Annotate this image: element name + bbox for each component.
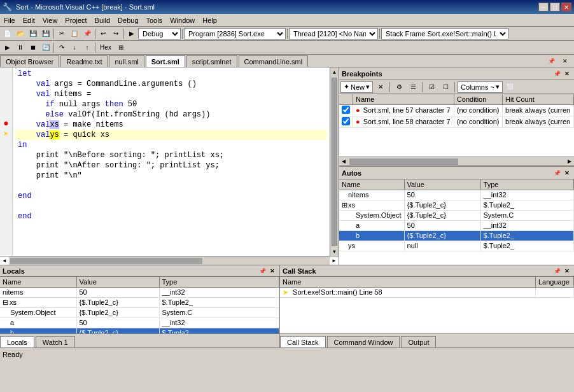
thread-dropdown[interactable]: Thread [2120] <No Name> bbox=[289, 28, 378, 39]
tab-watch1[interactable]: Watch 1 bbox=[36, 336, 75, 347]
new-bp-btn[interactable]: ✦ New ▾ bbox=[340, 81, 373, 93]
continue-btn[interactable]: ▶ bbox=[1, 42, 14, 53]
pin-locals-btn[interactable]: 📌 bbox=[258, 267, 267, 276]
autos-row-a[interactable]: a 50 __int32 bbox=[339, 220, 574, 230]
delete-bp-btn[interactable]: ✕ bbox=[374, 81, 387, 93]
scroll-down-btn[interactable]: ▼ bbox=[330, 247, 339, 256]
tab-commandline[interactable]: CommandLine.sml bbox=[239, 55, 309, 67]
bp-scroll-thumb[interactable] bbox=[349, 158, 458, 165]
bp-scroll-right[interactable]: ▶ bbox=[565, 157, 574, 165]
debug-mode-dropdown[interactable]: Debug Release bbox=[138, 28, 181, 39]
locals-table-container[interactable]: Name Value Type nitems 50 __int32 ⊟xs {$… bbox=[0, 277, 279, 333]
bp-list-btn[interactable]: ☰ bbox=[407, 81, 419, 93]
hex-btn[interactable]: Hex bbox=[97, 42, 115, 53]
close-callstack-btn[interactable]: ✕ bbox=[563, 267, 571, 276]
close-autos-btn[interactable]: ✕ bbox=[563, 169, 571, 178]
bp-table-container[interactable]: Name Condition Hit Count ● Sort.sml, lin… bbox=[339, 94, 574, 157]
program-dropdown[interactable]: Program [2836] Sort.exe bbox=[184, 28, 286, 39]
code-editor[interactable]: ● ➤ let val args = CommandLine.arguments… bbox=[0, 67, 339, 265]
menu-debug[interactable]: Debug bbox=[114, 15, 142, 25]
paste-btn[interactable]: 📌 bbox=[81, 28, 94, 39]
tab-null-sml[interactable]: null.sml bbox=[109, 55, 144, 67]
close-bp-btn[interactable]: ✕ bbox=[563, 69, 571, 78]
menu-window[interactable]: Window bbox=[166, 15, 199, 25]
bp-row-1[interactable]: ● Sort.sml, line 57 character 7 (no cond… bbox=[339, 104, 574, 116]
tab-sort-sml[interactable]: Sort.sml bbox=[146, 55, 185, 67]
menu-edit[interactable]: Edit bbox=[19, 15, 39, 25]
bp-disable-btn[interactable]: ☐ bbox=[439, 81, 452, 93]
code-lines[interactable]: let val args = CommandLine.arguments () … bbox=[13, 67, 330, 256]
locals-row-xs[interactable]: ⊟xs {$.Tuple2_c} $.Tuple2_ bbox=[0, 297, 279, 307]
bp-extra-btn[interactable]: ⬜ bbox=[504, 81, 517, 93]
scroll-right-btn[interactable]: ▶ bbox=[330, 256, 339, 265]
bp-scroll-left[interactable]: ◀ bbox=[339, 157, 348, 165]
bp-enable-btn[interactable]: ☑ bbox=[425, 81, 438, 93]
autos-table-container[interactable]: Name Value Type nitems 50 __int32 ⊞xs bbox=[339, 179, 574, 265]
locals-row-nitems[interactable]: nitems 50 __int32 bbox=[0, 287, 279, 297]
pause-btn[interactable]: ⏸ bbox=[14, 42, 27, 53]
expand-xs-icon[interactable]: ⊟ bbox=[3, 298, 8, 306]
autos-row-sysobj[interactable]: System.Object {$.Tuple2_c} System.C bbox=[339, 210, 574, 220]
autos-row-b[interactable]: b {$.Tuple2_c} $.Tuple2_ bbox=[339, 230, 574, 241]
pin-editor-btn[interactable]: 📌 bbox=[545, 55, 557, 67]
maximize-button[interactable]: □ bbox=[550, 3, 560, 11]
autos-row-ys[interactable]: ys null $.Tuple2_ bbox=[339, 241, 574, 251]
columns-btn[interactable]: Columns ~ ▾ bbox=[458, 81, 503, 93]
close-editor-btn[interactable]: ✕ bbox=[559, 55, 571, 67]
editor-vscroll[interactable]: ▲ ▼ bbox=[330, 67, 339, 256]
step-over-btn[interactable]: ↷ bbox=[55, 42, 68, 53]
cs-row-1[interactable]: ➤ Sort.exe!Sort::main() Line 58 bbox=[280, 287, 574, 297]
restart-btn[interactable]: 🔄 bbox=[39, 42, 52, 53]
menu-help[interactable]: Help bbox=[199, 15, 221, 25]
scroll-thumb-v[interactable] bbox=[332, 78, 337, 246]
minimize-button[interactable]: ─ bbox=[538, 3, 549, 11]
save-btn[interactable]: 💾 bbox=[27, 28, 39, 39]
locals-row-b[interactable]: b {$.Tuple2_c} $.Tuple2_ bbox=[0, 328, 279, 333]
close-button[interactable]: ✕ bbox=[561, 3, 571, 11]
hscroll-track[interactable] bbox=[9, 256, 330, 265]
menu-project[interactable]: Project bbox=[61, 15, 90, 25]
tab-locals[interactable]: Locals bbox=[0, 336, 34, 347]
stop-btn[interactable]: ⏹ bbox=[27, 42, 39, 53]
run-btn[interactable]: ▶ bbox=[125, 28, 138, 39]
step-out-btn[interactable]: ↑ bbox=[81, 42, 94, 53]
menu-view[interactable]: View bbox=[39, 15, 62, 25]
save-all-btn[interactable]: 💾 bbox=[39, 28, 52, 39]
bp-check-2[interactable] bbox=[339, 116, 353, 127]
bp-row-2[interactable]: ● Sort.sml, line 58 character 7 (no cond… bbox=[339, 116, 574, 127]
bp-settings-btn[interactable]: ⚙ bbox=[393, 81, 405, 93]
locals-row-sysobj[interactable]: System.Object {$.Tuple2_c} System.C bbox=[0, 307, 279, 318]
cut-btn[interactable]: ✂ bbox=[55, 28, 68, 39]
stack-frame-dropdown[interactable]: Stack Frame Sort.exe!Sort::main() Line 5… bbox=[381, 28, 508, 39]
tab-object-browser[interactable]: Object Browser bbox=[0, 55, 59, 67]
locals-row-a[interactable]: a 50 __int32 bbox=[0, 318, 279, 328]
autos-row-nitems[interactable]: nitems 50 __int32 bbox=[339, 190, 574, 200]
undo-btn[interactable]: ↩ bbox=[97, 28, 109, 39]
bp-hscroll[interactable]: ◀ ▶ bbox=[339, 157, 574, 165]
tab-readme[interactable]: Readme.txt bbox=[60, 55, 108, 67]
pin-bp-btn[interactable]: 📌 bbox=[552, 69, 561, 78]
autos-row-xs[interactable]: ⊞xs {$.Tuple2_c} $.Tuple2_ bbox=[339, 200, 574, 210]
scroll-up-btn[interactable]: ▲ bbox=[330, 67, 339, 76]
tab-script[interactable]: script.smlnet bbox=[186, 55, 237, 67]
hscroll-thumb[interactable] bbox=[10, 258, 202, 264]
menu-file[interactable]: File bbox=[0, 15, 19, 25]
redo-btn[interactable]: ↪ bbox=[109, 28, 122, 39]
open-btn[interactable]: 📂 bbox=[14, 28, 27, 39]
copy-btn[interactable]: 📋 bbox=[68, 28, 81, 39]
pin-callstack-btn[interactable]: 📌 bbox=[552, 267, 561, 276]
menu-tools[interactable]: Tools bbox=[143, 15, 167, 25]
tab-output[interactable]: Output bbox=[401, 336, 436, 347]
callstack-table-container[interactable]: Name Language ➤ Sort.exe!Sort::main() Li… bbox=[280, 277, 574, 333]
close-locals-btn[interactable]: ✕ bbox=[268, 267, 277, 276]
expand-icon-xs[interactable]: ⊞ bbox=[342, 201, 348, 209]
pin-autos-btn[interactable]: 📌 bbox=[552, 169, 561, 178]
step-into-btn[interactable]: ↓ bbox=[68, 42, 81, 53]
new-btn[interactable]: 📄 bbox=[1, 28, 14, 39]
scroll-left-btn[interactable]: ◀ bbox=[0, 256, 9, 265]
menu-build[interactable]: Build bbox=[91, 15, 114, 25]
bp-check-1[interactable] bbox=[339, 104, 353, 116]
tab-command-window[interactable]: Command Window bbox=[327, 336, 400, 347]
tab-callstack[interactable]: Call Stack bbox=[280, 336, 326, 347]
bp-scroll-track[interactable] bbox=[348, 157, 565, 165]
